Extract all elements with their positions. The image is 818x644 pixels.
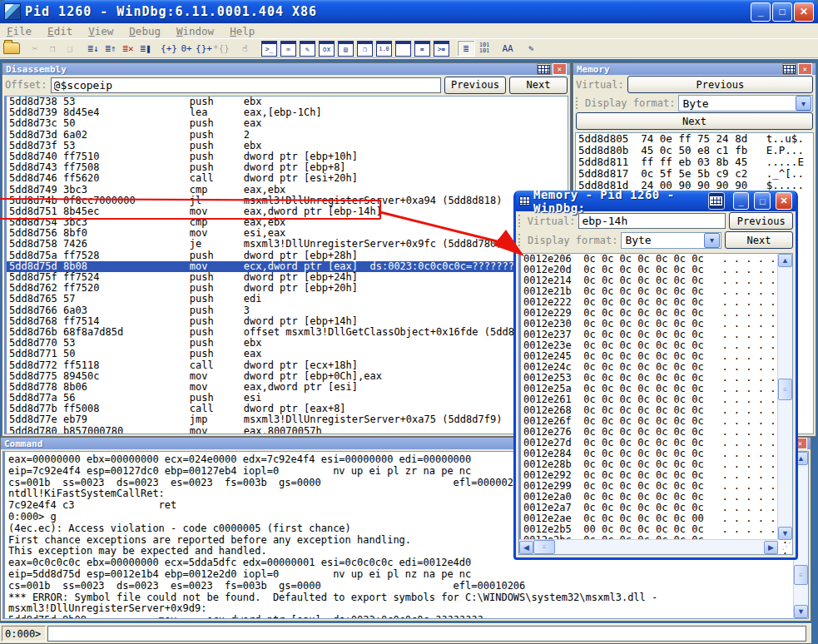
step-out-icon[interactable]: {}+ [196,41,212,56]
memory-row[interactable]: 5dd8d80b 45 0c 50 e8 c1 fb E.P... [576,145,813,156]
menu-debug[interactable]: Debug [129,25,161,37]
run-to-cursor-icon[interactable]: *{} [213,41,230,56]
drag-handle[interactable] [518,234,524,246]
menu-view[interactable]: View [88,25,113,37]
paste-icon[interactable]: ❑ [62,41,78,56]
disasm-line[interactable]: 5dd8d758 7426 je msxml3!DllUnregisterSer… [7,239,568,250]
disasm-line[interactable]: 5dd8d77e eb79 jmp msxml3!DllUnregisterSe… [7,414,568,425]
disassembly-next-button[interactable]: Next [509,77,568,94]
source-mode-icon[interactable]: ≣ [457,40,475,57]
disasm-line[interactable]: 5dd8d768 ff7514 push dword ptr [ebp+14h] [7,316,568,327]
chevron-down-icon[interactable]: ▾ [796,96,811,111]
memory-row[interactable]: 5dd8d811 ff ff eb 03 8b 45 .....E [576,156,813,168]
copy-icon[interactable]: ❐ [44,41,61,56]
watch-window-icon[interactable]: ∞ [280,41,296,57]
memory-floating-title-bar[interactable]: Memory - Pid 1260 - WinDbg: _ □ ✕ [516,191,796,211]
disassembly-title-bar[interactable]: Disassembly ✕ [2,63,570,75]
menu-edit[interactable]: Edit [47,25,72,37]
memory-floating-previous-button[interactable]: Previous [729,212,793,230]
dock-icon[interactable] [782,63,796,75]
memory-row[interactable]: 5dd8d817 0c 5f 5e 5b c9 c2 ._^[.. [576,168,813,180]
scroll-left-icon[interactable]: ◀ [519,541,533,554]
title-bar[interactable]: Pid 1260 - WinDbg:6.11.0001.404 X86 _ □ … [0,0,818,23]
memory-docked-title-bar[interactable]: Memory ✕ [573,63,816,75]
scroll-thumb[interactable]: ≡ [794,565,808,585]
dock-icon[interactable] [708,192,725,210]
display-format-combo[interactable]: Byte ▾ [621,232,721,249]
disasm-line[interactable]: 5dd8d765 57 push edi [7,294,568,305]
breakpoint-hand-icon[interactable]: ☝ [236,41,253,56]
virtual-input[interactable] [578,213,726,229]
scroll-up-icon[interactable]: ▲ [778,254,792,267]
memory-hscrollbar[interactable]: ◀ ≡ ▶ [519,539,778,554]
menu-bar: FileEditViewDebugWindowHelp [0,23,818,39]
memory-floating-window: Memory - Pid 1260 - WinDbg: _ □ ✕ Virtua… [513,191,798,560]
disasm-line[interactable]: 5dd8d780 b857000780 mov eax,80070057h [7,426,568,434]
minimize-icon[interactable]: _ [733,192,750,210]
disasm-line[interactable]: 5dd8d766 6a03 push 3 [7,305,568,316]
font-icon[interactable]: AA [499,41,516,56]
disasm-line[interactable]: 5dd8d73c 50 push eax [7,118,568,129]
memory-docked-close-icon[interactable]: ✕ [798,63,812,75]
close-button[interactable]: ✕ [794,2,814,22]
memory-window-icon[interactable]: ▤ [338,41,354,57]
scroll-thumb[interactable]: ≡ [533,540,555,554]
resize-grip[interactable]: ⋰ [780,541,793,555]
scroll-right-icon[interactable]: ▶ [764,541,778,554]
disasm-line[interactable]: 5dd8d771 50 push eax [7,349,568,359]
disassembly-window-icon[interactable]: 1.0 [376,41,392,57]
disasm-line[interactable]: 5dd8d75a ff7528 push dword ptr [ebp+28h] [7,250,568,261]
callstack-window-icon[interactable]: ❒ [357,41,373,57]
step-over-icon[interactable]: 0+ [178,41,195,56]
disassembly-previous-button[interactable]: Previous [444,77,506,94]
disasm-line[interactable]: 5dd8d73f 53 push ebx [7,141,568,151]
menu-file[interactable]: File [7,25,32,37]
maximize-button[interactable]: □ [772,2,792,22]
registers-window-icon[interactable]: ox [319,41,335,57]
processes-window-icon[interactable]: ≡ [414,41,430,57]
close-icon[interactable]: ✕ [776,192,792,210]
stop-debugging-icon[interactable]: ≣✕ [120,41,136,56]
memory-floating-pane[interactable]: 0012e206 0c 0c 0c 0c 0c 0c 0c . . . . . … [518,253,793,555]
scroll-down-icon[interactable]: ▼ [778,527,792,540]
step-into-icon[interactable]: {+} [161,41,177,56]
disasm-line[interactable]: 5dd8d73d 6a02 push 2 [7,130,568,141]
scroll-down-icon[interactable]: ▼ [794,605,808,618]
open-source-file-icon[interactable] [3,41,20,56]
memory-vscrollbar[interactable]: ▲ ≡ ▼ [777,254,792,540]
grid-icon [710,196,722,206]
dock-icon[interactable] [537,63,551,75]
disasm-line[interactable]: 5dd8d749 3bc3 cmp eax,ebx [7,185,568,196]
command-window-icon[interactable]: >_ [261,41,277,57]
disassembly-pane[interactable]: 5dd8d738 53 push ebx5dd8d739 8d45e4 lea … [4,96,568,434]
display-format-combo[interactable]: Byte ▾ [678,95,813,111]
memory-docked-next-button[interactable]: Next [576,112,813,130]
disassembly-close-icon[interactable]: ✕ [553,63,567,75]
disasm-line[interactable]: 5dd8d772 ff5118 call dword ptr [ecx+18h] [7,360,568,371]
break-icon[interactable]: ≣❚ [137,41,154,56]
command-input[interactable] [47,626,806,642]
locals-window-icon[interactable]: ✎ [300,41,315,57]
cut-icon[interactable]: ✂ [27,41,43,56]
drag-handle[interactable] [518,215,524,227]
options-icon[interactable]: ✎ [523,41,539,56]
offset-input[interactable] [51,77,441,93]
number-format-icon[interactable]: 101 101 [476,41,493,56]
go-icon[interactable]: ≣↓ [85,41,102,56]
menu-window[interactable]: Window [176,25,214,37]
minimize-button[interactable]: _ [751,2,771,22]
disasm-line[interactable]: 5dd8d746 ff5620 call dword ptr [esi+20h] [7,173,568,184]
command-shell-icon[interactable]: >≡ [434,41,449,57]
memory-floating-next-button[interactable]: Next [725,231,793,249]
menu-help[interactable]: Help [230,25,255,37]
memory-docked-previous-button[interactable]: Previous [627,76,813,93]
disasm-line[interactable]: 5dd8d775 89450c mov dword ptr [ebp+0Ch],… [7,371,568,382]
disasm-line[interactable]: 5dd8d74b 0f8cc7000000 jl msxml3!DllUnreg… [7,196,568,206]
scroll-thumb[interactable]: ≡ [778,379,792,400]
chevron-down-icon[interactable]: ▾ [704,233,720,248]
memory-row[interactable]: 5dd8d805 74 0e ff 75 24 8d t..u$. [576,133,813,145]
maximize-icon[interactable]: □ [754,192,771,210]
restart-icon[interactable]: ≣⇑ [102,41,119,56]
scratchpad-window-icon[interactable] [395,41,411,57]
drag-handle[interactable] [576,97,582,109]
